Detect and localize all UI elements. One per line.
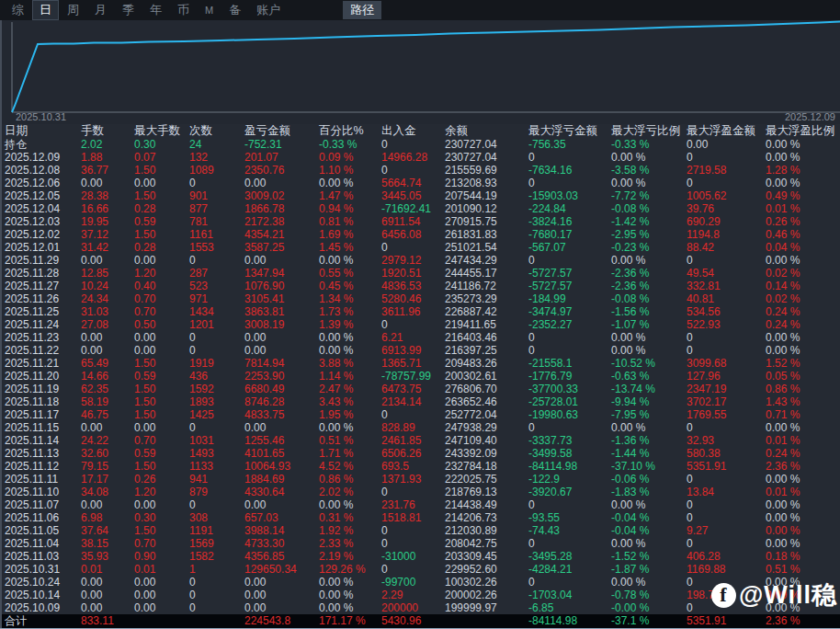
table-row[interactable]: 2025.12.0836.771.5010892350.761.10 %0215… [0,164,840,177]
value-cell: 37.12 [81,229,134,241]
value-cell: 88.42 [687,242,766,254]
value-cell: 0.00 % [766,422,840,434]
tab-account[interactable]: 账户 [250,1,287,19]
value-cell: 232784.18 [445,461,528,473]
header-cell-7[interactable]: 余额 [445,125,528,137]
header-cell-0[interactable]: 日期 [5,125,81,137]
value-cell: 1.50 [134,461,189,473]
header-cell-10[interactable]: 最大浮盈金额 [687,125,766,137]
value-cell: 0 [381,564,445,576]
table-row[interactable]: 2025.11.1332.600.5914934101.651.71 %6506… [0,447,840,460]
header-cell-5[interactable]: 百分比% [319,125,381,137]
value-cell: 1255.46 [244,435,319,447]
tab-year[interactable]: 年 [143,1,168,19]
value-cell: 32.93 [687,435,766,447]
tab-week[interactable]: 周 [61,1,85,19]
date-cell: 2025.12.02 [5,229,81,241]
table-row[interactable]: 2025.11.150.000.0000.000.00 %828.8924793… [0,421,840,434]
table-row[interactable]: 2025.11.1034.081.208794330.642.02 %02187… [0,486,840,498]
table-row[interactable]: 2025.12.0319.950.597812172.380.81 %6911.… [0,215,840,228]
top-menubar: 综 日 周 月 季 年 币 M 备 账户 路径 [0,0,840,20]
table-row[interactable]: 持仓2.020.3024-752.31-0.33 %0230727.04-756… [0,138,840,151]
table-row[interactable]: 2025.11.1279.151.50113310064.934.52 %693… [0,460,840,473]
header-cell-1[interactable]: 手数 [81,125,134,137]
value-cell: 5280.46 [381,293,445,305]
table-row[interactable]: 2025.12.060.000.0000.000.00 %5664.742132… [0,177,840,189]
header-cell-9[interactable]: 最大浮亏比例 [611,125,687,137]
tab-m[interactable]: M [199,1,220,19]
value-cell: -0.04 % [611,512,687,524]
header-cell-3[interactable]: 次数 [189,125,244,137]
table-row[interactable]: 2025.11.1746.751.5014254833.751.95 %0252… [0,408,840,421]
value-cell: -0.08 % [611,293,687,305]
path-button[interactable]: 路径 [343,1,381,19]
value-cell: 0.00 [81,177,134,189]
table-row[interactable]: 2025.11.1424.220.7010311255.460.51 %2461… [0,434,840,447]
table-row[interactable]: 2025.11.2427.080.5012013008.191.39 %0219… [0,318,840,331]
total-row[interactable]: 合计833.11224543.8171.17 %5430.96-84114.98… [0,614,840,628]
tab-quarter[interactable]: 季 [116,1,141,19]
value-cell: 0.00 [134,345,189,357]
table-row[interactable]: 2025.11.2624.340.709713105.411.34 %5280.… [0,292,840,305]
value-cell: 0.71 % [766,409,840,421]
header-cell-8[interactable]: 最大浮亏金额 [528,125,611,137]
value-cell: 0 [381,525,445,537]
table-row[interactable]: 2025.12.091.880.07132201.070.09 %14966.2… [0,151,840,164]
value-cell: 3105.41 [244,293,319,305]
table-row[interactable]: 2025.11.0537.641.5011913988.141.92 %0212… [0,524,840,537]
header-cell-11[interactable]: 最大浮盈比例 [766,125,840,137]
header-cell-2[interactable]: 最大手数 [134,125,189,137]
table-row[interactable]: 2025.11.0438.150.7015694733.302.33 %0208… [0,537,840,550]
tab-currency[interactable]: 币 [171,1,196,19]
tab-note[interactable]: 备 [222,1,247,19]
table-row[interactable]: 2025.11.2710.240.405231076.900.45 %4836.… [0,280,840,292]
value-cell: 1194.8 [687,229,766,241]
table-row[interactable]: 2025.11.1962.351.5015926680.492.47 %6473… [0,383,840,395]
table-row[interactable]: 2025.12.0528.381.509013009.021.47 %3445.… [0,189,840,202]
table-row[interactable]: 2025.11.230.000.0000.000.00 %6.21216403.… [0,331,840,344]
value-cell: 0 [189,577,244,589]
value-cell: 3611.96 [381,306,445,318]
value-cell: 1.50 [134,396,189,408]
table-row[interactable]: 2025.11.1858.191.5018938746.283.43 %2134… [0,395,840,408]
table-row[interactable]: 2025.11.2165.491.5019197814.943.88 %1365… [0,357,840,370]
table-row[interactable]: 2025.11.290.000.0000.000.00 %2979.122474… [0,254,840,267]
table-row[interactable]: 2025.11.066.980.30308657.030.31 %1518.81… [0,511,840,524]
date-cell: 2025.11.20 [5,371,81,383]
tab-month[interactable]: 月 [88,1,113,19]
value-cell: 1866.78 [244,203,319,215]
value-cell: 0 [528,152,611,164]
table-row[interactable]: 2025.11.2014.660.594362253.901.14 %-7875… [0,370,840,383]
tab-day[interactable]: 日 [33,1,58,19]
table-row[interactable]: 2025.12.0416.660.288771866.780.94 %-7169… [0,202,840,215]
table-row[interactable]: 2025.12.0131.420.2815533587.251.45 %0251… [0,241,840,254]
tab-summary[interactable]: 综 [6,1,30,19]
table-row[interactable]: 2025.11.0335.930.9015824356.852.19 %-310… [0,550,840,563]
header-cell-4[interactable]: 盈亏金额 [244,125,319,137]
value-cell: 37.64 [81,525,134,537]
header-cell-6[interactable]: 出入金 [381,125,445,137]
table-row[interactable]: 2025.11.070.000.0000.000.00 %231.7621443… [0,498,840,511]
value-cell: 0 [528,577,611,589]
table-row[interactable]: 2025.11.2531.030.7014343863.811.73 %3611… [0,305,840,318]
value-cell: 0.00 [134,177,189,189]
table-row[interactable]: 2025.11.220.000.0000.000.00 %6913.992163… [0,344,840,357]
value-cell: 0.05 % [766,371,840,383]
value-cell: -1.42 % [611,216,687,228]
table-row[interactable]: 2025.12.0237.121.5011614354.211.69 %6456… [0,228,840,241]
date-cell: 2025.11.11 [5,474,81,486]
value-cell: -0.06 % [611,474,687,486]
table-row[interactable]: 2025.11.1117.170.269411884.690.86 %1371.… [0,473,840,486]
value-cell: 207544.19 [445,190,528,202]
value-cell: 1.71 % [319,448,381,460]
value-cell: -1703.04 [528,589,611,601]
table-row[interactable]: 2025.10.310.010.011129650.34129.26 %0229… [0,563,840,576]
value-cell: 1919 [189,358,244,370]
value-cell: 13.84 [687,486,766,498]
value-cell: 0 [528,499,611,511]
value-cell: 32.60 [81,448,134,460]
table-row[interactable]: 2025.11.2812.851.202871347.940.55 %1920.… [0,267,840,280]
date-cell: 2025.12.04 [5,203,81,215]
value-cell: 5351.91 [687,615,766,627]
value-cell: 1434 [189,306,244,318]
